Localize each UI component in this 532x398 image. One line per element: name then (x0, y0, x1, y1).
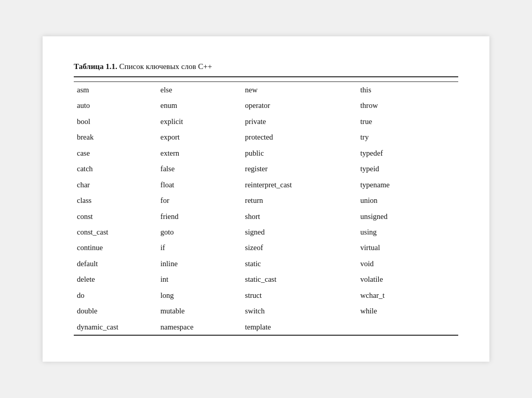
table-cell: while (358, 303, 458, 319)
table-row: dolongstructwchar_t (74, 287, 458, 303)
table-cell: class (74, 193, 158, 208)
table-cell: const (74, 209, 158, 224)
table-cell: namespace (158, 319, 243, 335)
table-cell: catch (74, 161, 158, 176)
table-cell: goto (158, 224, 243, 240)
table-row: doublemutableswitchwhile (74, 303, 458, 319)
table-cell: private (243, 114, 358, 129)
table-cell: void (358, 256, 458, 271)
table-cell: char (74, 177, 158, 193)
table-cell: export (158, 129, 243, 145)
table-cell: short (243, 209, 358, 224)
table-cell: try (358, 129, 458, 145)
table-cell: this (358, 81, 458, 98)
table-cell: template (243, 319, 358, 335)
table-cell: using (358, 224, 458, 240)
table-row: autoenumoperatorthrow (74, 98, 458, 113)
table-cell: union (358, 193, 458, 208)
table-cell: static (243, 256, 358, 271)
table-row: const_castgotosignedusing (74, 224, 458, 240)
table-cell: struct (243, 287, 358, 303)
table-cell: friend (158, 209, 243, 224)
table-row: defaultinlinestaticvoid (74, 256, 458, 271)
table-cell: const_cast (74, 224, 158, 240)
table-cell: mutable (158, 303, 243, 319)
page: Таблица 1.1. Список ключевых слов С++ as… (43, 36, 489, 362)
table-cell: double (74, 303, 158, 319)
table-cell: return (243, 193, 358, 208)
table-cell: typedef (358, 145, 458, 161)
table-cell: delete (74, 271, 158, 287)
table-row: constfriendshortunsigned (74, 209, 458, 224)
table-cell: extern (158, 145, 243, 161)
table-cell: signed (243, 224, 358, 240)
table-header-row (74, 77, 458, 82)
table-title-normal: Список ключевых слов С++ (117, 62, 212, 71)
table-cell: unsigned (358, 209, 458, 224)
table-row: catchfalseregistertypeid (74, 161, 458, 176)
table-cell: float (158, 177, 243, 193)
table-cell: new (243, 81, 358, 98)
table-cell: virtual (358, 240, 458, 255)
table-cell: break (74, 129, 158, 145)
table-row: breakexportprotectedtry (74, 129, 458, 145)
table-cell: wchar_t (358, 287, 458, 303)
table-cell: static_cast (243, 271, 358, 287)
table-cell: register (243, 161, 358, 176)
table-cell: typeid (358, 161, 458, 176)
table-cell (358, 319, 458, 335)
table-cell: asm (74, 81, 158, 98)
table-title: Таблица 1.1. Список ключевых слов С++ (74, 62, 458, 71)
table-cell: default (74, 256, 158, 271)
table-cell: for (158, 193, 243, 208)
table-row: continueifsizeofvirtual (74, 240, 458, 255)
table-row: asmelsenewthis (74, 81, 458, 98)
table-cell: protected (243, 129, 358, 145)
table-cell: throw (358, 98, 458, 113)
table-row: boolexplicitprivatetrue (74, 114, 458, 129)
table-cell: sizeof (243, 240, 358, 255)
table-cell: operator (243, 98, 358, 113)
table-cell: case (74, 145, 158, 161)
table-cell: auto (74, 98, 158, 113)
table-title-bold: Таблица 1.1. (74, 62, 117, 71)
table-cell: int (158, 271, 243, 287)
table-cell: explicit (158, 114, 243, 129)
table-row: deleteintstatic_castvolatile (74, 271, 458, 287)
table-row: caseexternpublictypedef (74, 145, 458, 161)
table-row: dynamic_castnamespacetemplate (74, 319, 458, 335)
table-cell: inline (158, 256, 243, 271)
table-cell: public (243, 145, 358, 161)
table-cell: typename (358, 177, 458, 193)
table-row: charfloatreinterpret_casttypename (74, 177, 458, 193)
table-cell: if (158, 240, 243, 255)
table-cell: else (158, 81, 243, 98)
table-cell: switch (243, 303, 358, 319)
table-cell: volatile (358, 271, 458, 287)
table-cell: reinterpret_cast (243, 177, 358, 193)
table-cell: long (158, 287, 243, 303)
table-cell: do (74, 287, 158, 303)
table-cell: dynamic_cast (74, 319, 158, 335)
table-cell: bool (74, 114, 158, 129)
keyword-table: asmelsenewthisautoenumoperatorthrowboole… (74, 76, 458, 336)
table-cell: true (358, 114, 458, 129)
table-cell: false (158, 161, 243, 176)
table-cell: enum (158, 98, 243, 113)
table-cell: continue (74, 240, 158, 255)
table-row: classforreturnunion (74, 193, 458, 208)
